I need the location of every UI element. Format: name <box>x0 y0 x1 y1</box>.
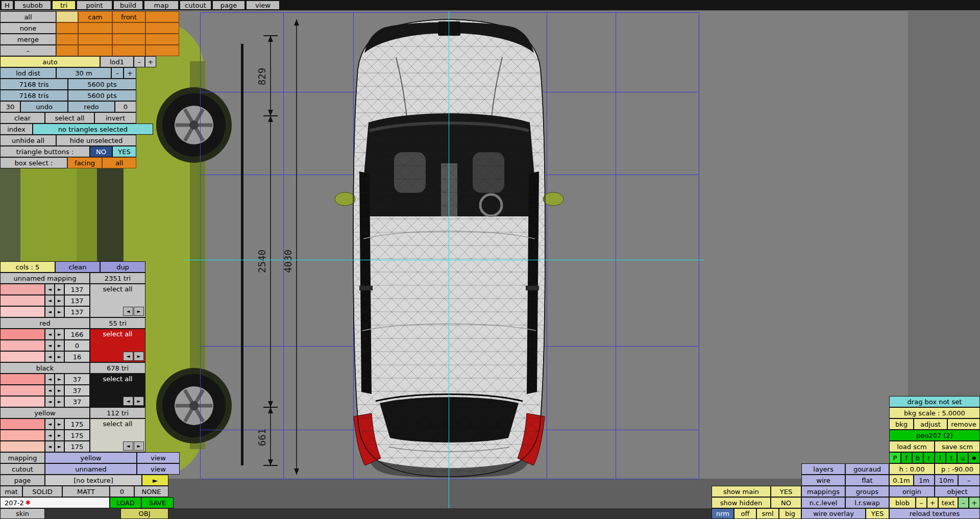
view-right-button[interactable]: r <box>923 452 935 463</box>
grid-cell[interactable] <box>78 45 112 56</box>
groups-button[interactable]: groups <box>845 486 889 497</box>
grid-cell[interactable] <box>56 45 78 56</box>
value-inc-button[interactable]: ► <box>55 329 64 340</box>
grid-cell[interactable] <box>112 34 145 45</box>
grid-cell[interactable] <box>112 22 145 34</box>
bkg-adjust-button[interactable]: adjust <box>914 418 947 430</box>
redo-button[interactable]: redo <box>68 101 115 112</box>
show-hidden-toggle[interactable]: NO <box>771 497 801 508</box>
group-next-button[interactable]: ► <box>134 307 144 316</box>
value-dec-button[interactable]: ◄ <box>45 284 55 295</box>
view-top-button[interactable]: t <box>946 452 957 463</box>
grid-cell[interactable] <box>56 34 78 45</box>
mapping-value[interactable]: yellow <box>45 452 137 463</box>
grid-header-front[interactable]: front <box>112 11 145 22</box>
group-select-all[interactable]: select all ◄► <box>90 374 145 407</box>
color-swatch[interactable] <box>0 430 45 441</box>
wire-button[interactable]: wire <box>801 475 845 486</box>
grid-cell[interactable] <box>145 22 179 34</box>
color-swatch[interactable] <box>0 418 45 430</box>
lod-dist-minus-button[interactable]: – <box>111 67 124 79</box>
value-inc-button[interactable]: ► <box>55 418 64 430</box>
dup-button[interactable]: dup <box>100 261 145 273</box>
page-next-button[interactable]: ► <box>142 475 168 486</box>
lr-swap-button[interactable]: l.r.swap <box>845 497 889 508</box>
car-mesh-top-view[interactable] <box>335 19 564 478</box>
load-scm-button[interactable]: load scm <box>889 441 935 452</box>
text-minus-button[interactable]: – <box>958 497 969 508</box>
color-swatch[interactable] <box>0 340 45 351</box>
color-swatch[interactable] <box>0 441 45 452</box>
lod-dist-plus-button[interactable]: + <box>124 67 136 79</box>
lod1-button[interactable]: lod1 <box>100 56 134 67</box>
mat-zero-value[interactable]: 0 <box>110 486 134 497</box>
group-prev-button[interactable]: ◄ <box>123 397 133 406</box>
color-swatch[interactable] <box>0 374 45 385</box>
value-inc-button[interactable]: ► <box>55 306 64 317</box>
viewport-canvas[interactable]: 829 2540 661 4030 <box>0 0 980 519</box>
mat-none-button[interactable]: NONE <box>134 486 168 497</box>
view-back-button[interactable]: b <box>912 452 923 463</box>
tab-point[interactable]: point <box>77 1 112 10</box>
value-dec-button[interactable]: ◄ <box>45 441 55 452</box>
show-main-toggle[interactable]: YES <box>771 486 801 497</box>
group-prev-button[interactable]: ◄ <box>123 441 133 451</box>
select-all-button[interactable]: select all <box>45 112 94 123</box>
nrm-big-button[interactable]: big <box>779 508 801 519</box>
value-dec-button[interactable]: ◄ <box>45 351 55 362</box>
lod-auto-button[interactable]: auto <box>0 56 100 67</box>
color-swatch[interactable] <box>0 295 45 306</box>
grid-cell[interactable] <box>78 34 112 45</box>
color-swatch[interactable] <box>0 396 45 407</box>
value-inc-button[interactable]: ► <box>55 430 64 441</box>
value-dec-button[interactable]: ◄ <box>45 329 55 340</box>
reload-textures-button[interactable]: reload textures <box>889 508 980 519</box>
grid-cell[interactable] <box>56 22 78 34</box>
undo-button[interactable]: undo <box>20 101 68 112</box>
grid-cell[interactable] <box>78 22 112 34</box>
grid-10m-button[interactable]: 10m <box>935 475 958 486</box>
index-button[interactable]: index <box>0 123 33 135</box>
group-prev-button[interactable]: ◄ <box>123 307 133 316</box>
tab-tri[interactable]: tri <box>52 1 76 10</box>
show-main-label[interactable]: show main <box>712 486 771 497</box>
lod-minus-button[interactable]: – <box>134 56 145 67</box>
save-button[interactable]: SAVE <box>141 497 174 508</box>
grid-cell[interactable] <box>145 11 179 22</box>
group-next-button[interactable]: ► <box>134 352 144 361</box>
bkg-remove-button[interactable]: remove <box>947 418 980 430</box>
text-plus-button[interactable]: + <box>969 497 980 508</box>
value-dec-button[interactable]: ◄ <box>45 430 55 441</box>
triangle-buttons-no[interactable]: NO <box>90 146 112 157</box>
value-inc-button[interactable]: ► <box>55 340 64 351</box>
cutout-view-button[interactable]: view <box>137 463 180 475</box>
view-dot-button[interactable]: ● <box>968 452 980 463</box>
value-dec-button[interactable]: ◄ <box>45 295 55 306</box>
blob-label[interactable]: blob <box>889 497 916 508</box>
grid-corner-cell[interactable] <box>56 11 78 22</box>
group-select-all[interactable]: select all ◄► <box>90 329 145 362</box>
unhide-all-button[interactable]: unhide all <box>0 135 56 146</box>
wire-overlay-toggle[interactable]: YES <box>866 508 889 519</box>
dash-button[interactable]: – <box>0 45 56 56</box>
value-inc-button[interactable]: ► <box>55 351 64 362</box>
origin-button[interactable]: origin <box>889 486 935 497</box>
current-file[interactable]: 207-2 ✱ <box>0 497 110 508</box>
skin-button[interactable]: skin <box>0 508 45 519</box>
merge-button[interactable]: merge <box>0 34 56 45</box>
blob-plus-button[interactable]: + <box>927 497 938 508</box>
value-dec-button[interactable]: ◄ <box>45 418 55 430</box>
grid-1m-button[interactable]: 1m <box>914 475 935 486</box>
group-name[interactable]: red <box>0 317 90 329</box>
group-next-button[interactable]: ► <box>134 397 144 406</box>
group-prev-button[interactable]: ◄ <box>123 352 133 361</box>
bkg-button[interactable]: bkg <box>889 418 914 430</box>
value-inc-button[interactable]: ► <box>55 295 64 306</box>
cutout-value[interactable]: unnamed <box>45 463 137 475</box>
grid-cell[interactable] <box>145 34 179 45</box>
value-dec-button[interactable]: ◄ <box>45 396 55 407</box>
save-scm-button[interactable]: save scm <box>935 441 980 452</box>
wire-overlay-label[interactable]: wire overlay <box>801 508 866 519</box>
mapping-view-button[interactable]: view <box>137 452 180 463</box>
value-inc-button[interactable]: ► <box>55 284 64 295</box>
